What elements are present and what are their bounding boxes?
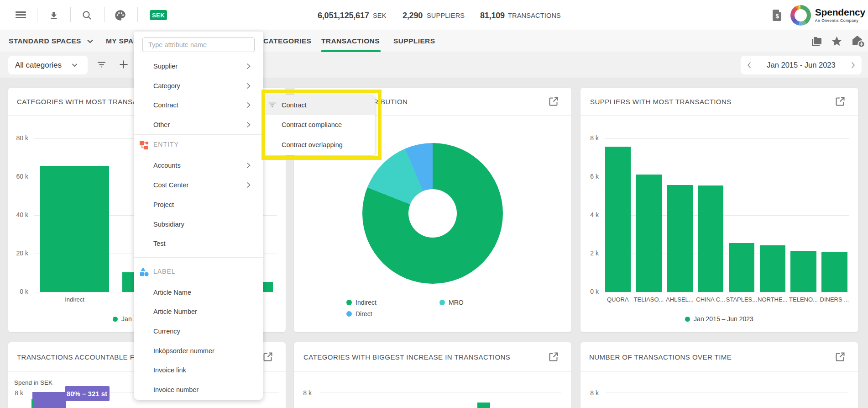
chart-legend: Jan 2015 – Jun 2023 (580, 315, 858, 323)
submenu-item-label: Contract (282, 101, 307, 109)
legend-item: MRO (439, 298, 464, 307)
bar[interactable] (729, 243, 755, 292)
bar[interactable] (667, 185, 693, 292)
menu-item-label: Accounts (153, 162, 181, 169)
chevron-right-icon[interactable] (851, 62, 855, 69)
menu-item-currency[interactable]: Currency (134, 322, 263, 341)
menu-item-label: Article Name (153, 289, 191, 296)
bar[interactable] (636, 175, 662, 292)
area-series-secondary (31, 399, 33, 408)
bar-chart-biggest-increase: 8 k (294, 342, 571, 408)
standard-spaces-label: STANDARD SPACES (9, 37, 81, 45)
currency-badge[interactable]: SEK (150, 10, 167, 20)
menu-item-cost-center[interactable]: Cost Center (134, 175, 263, 195)
transactions-count-label: TRANSACTIONS (508, 12, 561, 19)
bar[interactable] (40, 166, 109, 292)
standard-spaces-menu[interactable]: STANDARD SPACES (9, 30, 94, 52)
menu-item-ink-psorder-nummer[interactable]: Inköpsorder nummer (134, 341, 263, 360)
bar[interactable] (477, 403, 491, 408)
legend-item: Direct (346, 310, 372, 318)
menu-item-invoice-link[interactable]: Invoice link (134, 360, 263, 380)
bar[interactable] (760, 245, 786, 292)
category-filter-label: All categories (15, 61, 62, 70)
logo-name: Spendency (815, 7, 865, 17)
filter-icon[interactable] (97, 60, 106, 69)
spendency-logo[interactable]: Spendency An Onventis Company (790, 0, 865, 30)
divider (37, 7, 37, 22)
legend-dot (346, 300, 352, 305)
gridline (605, 138, 849, 139)
search-icon[interactable] (81, 9, 93, 21)
download-icon[interactable] (48, 10, 60, 21)
submenu-item-label: Contract compliance (282, 121, 342, 128)
bar[interactable] (821, 252, 847, 292)
menu-item-label: Subsidiary (153, 221, 184, 228)
menu-item-accounts[interactable]: Accounts (134, 156, 263, 175)
menu-divider (134, 257, 263, 258)
submenu-item-contract-overlapping[interactable]: Contract overlapping (265, 135, 375, 155)
submenu-item-contract[interactable]: Contract (265, 95, 375, 115)
menu-item-label: Contract (153, 101, 178, 109)
chevron-down-icon (87, 39, 94, 43)
folders-icon[interactable] (810, 36, 822, 47)
chevron-right-icon (246, 102, 251, 108)
tab-suppliers[interactable]: SUPPLIERS (393, 30, 435, 52)
menu-item-article-number[interactable]: Article Number (134, 302, 263, 322)
transactions-count-value: 81,109 (480, 11, 505, 21)
menu-item-label: Currency (153, 328, 180, 335)
submenu-item-contract-compliance[interactable]: Contract compliance (265, 115, 375, 135)
star-icon[interactable] (831, 36, 842, 47)
menu-item-subsidiary[interactable]: Subsidiary (134, 214, 263, 234)
menu-item-project[interactable]: Project (134, 195, 263, 214)
bar[interactable] (605, 147, 631, 292)
suppliers-count-label: SUPPLIERS (427, 12, 465, 19)
gridline (606, 392, 848, 392)
attribute-search-input[interactable] (142, 37, 255, 52)
menu-item-other[interactable]: Other (134, 115, 263, 135)
logo-tagline: An Onventis Company (815, 18, 865, 23)
menu-item-article-name[interactable]: Article Name (134, 282, 263, 302)
bar[interactable] (698, 185, 724, 292)
menu-section-label: LABEL (153, 268, 176, 275)
chevron-right-icon (246, 162, 251, 169)
add-filter-icon[interactable] (119, 60, 128, 69)
gridline (605, 292, 849, 292)
y-axis-tick: 0 k (10, 288, 28, 295)
x-axis-label: Indirect (47, 296, 102, 303)
y-axis-tick: 8 k (580, 134, 599, 142)
invoice-document-icon[interactable]: $ (772, 9, 782, 21)
card-suppliers-with-most-transactions: SUPPLIERS WITH MOST TRANSACTIONS 0 k2 k4… (580, 88, 858, 332)
menu-item-invoice-number[interactable]: Invoice number (134, 380, 263, 400)
y-axis-tick: 8 k (8, 389, 23, 397)
palette-icon[interactable] (114, 9, 127, 21)
y-axis-tick: 4 k (580, 211, 599, 218)
chevron-right-icon (246, 63, 251, 69)
total-spend-label: SEK (373, 12, 387, 19)
bar[interactable] (790, 251, 816, 292)
menu-section-label: LABEL (134, 262, 263, 282)
chevron-left-icon[interactable] (747, 62, 751, 69)
category-filter-dropdown[interactable]: All categories (8, 56, 88, 74)
menu-icon[interactable] (16, 11, 26, 18)
divider (137, 7, 138, 22)
tab-transactions[interactable]: TRANSACTIONS (321, 30, 380, 52)
date-range-picker[interactable]: Jan 2015 - Jun 2023 (741, 56, 862, 74)
filterbar: All categories Jan 2015 - Jun 2023 (0, 52, 868, 78)
menu-item-supplier[interactable]: Supplier (134, 57, 263, 76)
menu-item-category[interactable]: Category (134, 76, 263, 95)
legend-label: Jan 2015 – Jun 2023 (694, 315, 753, 323)
card-number-of-transactions-over-time: NUMBER OF TRANSACTIONS OVER TIME 8 k (580, 342, 858, 408)
dashboard-grid: CATEGORIES WITH MOST TRANSACTIONS 0 k20 … (0, 78, 868, 408)
menu-item-label: Project (153, 201, 174, 208)
menu-item-contract[interactable]: Contract (134, 95, 263, 115)
tab-categories[interactable]: CATEGORIES (263, 30, 311, 52)
menu-item-test[interactable]: Test (134, 234, 263, 254)
y-axis-tick: 80 k (10, 134, 28, 142)
filter-icon (268, 101, 276, 109)
menu-item-label: Category (153, 82, 180, 90)
area-series[interactable] (32, 392, 66, 408)
menu-item-label: Test (153, 240, 166, 247)
add-dashboard-home-icon[interactable] (852, 35, 865, 48)
menu-item-label: Article Number (153, 308, 197, 315)
donut-hole (408, 189, 457, 238)
